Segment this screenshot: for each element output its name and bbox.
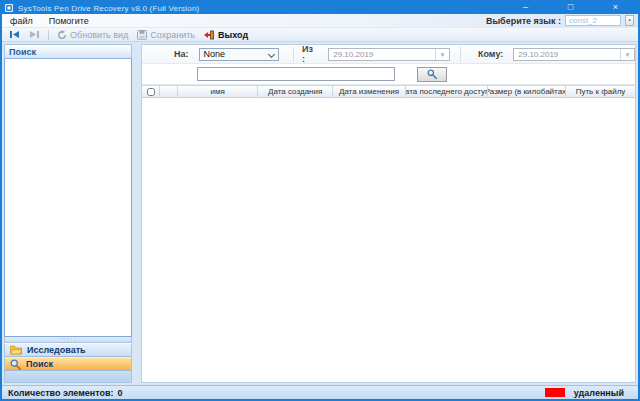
minimize-button[interactable]: – [503, 2, 548, 14]
status-bar: Количество элементов: 0 удаленный [2, 385, 638, 399]
search-bar [142, 64, 635, 85]
column-header-path[interactable]: Путь к файлу [566, 86, 635, 97]
nav-forward-button[interactable] [26, 28, 43, 41]
language-selector: Выберите язык : const_2 ▪ [486, 15, 638, 26]
right-panel: На: None Из : 29.10.2019 ▾ Кому: 29.10.2… [141, 44, 636, 383]
language-label: Выберите язык : [486, 16, 561, 26]
filter-separator [460, 47, 461, 62]
refresh-view-label: Обновить вид [70, 30, 128, 40]
search-input[interactable] [197, 67, 395, 81]
target-combobox[interactable]: None [199, 48, 280, 61]
close-button[interactable]: × [593, 2, 638, 14]
title-bar: SysTools Pen Drive Recovery v8.0 (Full V… [2, 2, 638, 14]
language-dropdown-button[interactable]: ▪ [625, 15, 634, 26]
toolbar: Обновить вид Сохранить Выход [2, 28, 638, 42]
legend-deleted-label: удаленный [574, 388, 624, 398]
column-header-date-created[interactable]: Дата создания [258, 86, 333, 97]
exit-button[interactable]: Выход [201, 28, 251, 41]
exit-icon [204, 30, 215, 40]
grid-header-row: имя Дата создания Дата изменения Дата по… [142, 85, 635, 98]
sidebar-item-search[interactable]: Поиск [4, 357, 132, 371]
refresh-view-button[interactable]: Обновить вид [54, 28, 131, 41]
from-date-picker[interactable]: 29.10.2019 ▾ [328, 48, 450, 61]
exit-label: Выход [218, 30, 248, 40]
save-button[interactable]: Сохранить [134, 28, 198, 41]
column-header-date-accessed[interactable]: Дата последнего доступа [406, 86, 489, 97]
filter-separator [293, 47, 294, 62]
column-header-name[interactable]: имя [178, 86, 258, 97]
sidebar-item-explore-label: Исследовать [27, 345, 86, 355]
folder-icon [10, 345, 22, 355]
language-combobox[interactable]: const_2 [565, 15, 621, 26]
magnifier-icon [10, 359, 21, 370]
from-date-label: Из : [302, 44, 318, 64]
select-all-checkbox[interactable] [147, 88, 155, 96]
icon-column-header[interactable] [160, 86, 178, 97]
search-results-tree[interactable] [4, 59, 132, 337]
toolbar-separator [48, 30, 49, 40]
sidebar-item-search-label: Поиск [26, 359, 53, 369]
legend: удаленный [545, 388, 632, 398]
chevron-down-icon [268, 50, 275, 57]
select-all-cell [142, 86, 160, 97]
calendar-dropdown-icon[interactable]: ▾ [620, 49, 634, 60]
left-panel: Поиск ····· Исследовать Поиск [4, 44, 132, 383]
to-date-picker[interactable]: 29.10.2019 ▾ [513, 48, 635, 61]
window-title: SysTools Pen Drive Recovery v8.0 (Full V… [18, 4, 503, 13]
to-date-value: 29.10.2019 [514, 50, 620, 59]
target-label: На: [174, 49, 189, 59]
menu-bar: файл Помогите Выберите язык : const_2 ▪ [2, 14, 638, 28]
nav-back-button[interactable] [6, 28, 23, 41]
left-panel-filler [4, 371, 132, 383]
item-count-label: Количество элементов: [8, 388, 114, 398]
to-date-label: Кому: [478, 49, 503, 59]
refresh-icon [57, 30, 67, 40]
grid-body-empty[interactable] [142, 98, 635, 382]
column-header-size[interactable]: Размер (в килобайтах) [488, 86, 566, 97]
save-label: Сохранить [150, 30, 195, 40]
column-header-date-modified[interactable]: Дата изменения [333, 86, 406, 97]
target-combobox-value: None [204, 49, 226, 59]
app-icon [5, 4, 13, 12]
from-date-value: 29.10.2019 [329, 50, 435, 59]
app-window: SysTools Pen Drive Recovery v8.0 (Full V… [0, 0, 640, 401]
deleted-color-swatch [545, 388, 565, 397]
menu-help[interactable]: Помогите [41, 14, 97, 28]
calendar-dropdown-icon[interactable]: ▾ [435, 49, 449, 60]
main-content: Поиск ····· Исследовать Поиск [2, 42, 638, 385]
menu-file[interactable]: файл [2, 14, 41, 28]
sidebar-item-explore[interactable]: Исследовать [4, 343, 132, 357]
nav-back-icon [9, 30, 20, 39]
magnifier-icon [427, 69, 437, 79]
maximize-button[interactable]: □ [548, 2, 593, 14]
nav-forward-icon [29, 30, 40, 39]
left-panel-title: Поиск [4, 44, 132, 59]
filter-bar: На: None Из : 29.10.2019 ▾ Кому: 29.10.2… [142, 45, 635, 64]
item-count-value: 0 [118, 388, 123, 398]
save-icon [137, 30, 147, 40]
results-grid: имя Дата создания Дата изменения Дата по… [142, 85, 635, 382]
search-button[interactable] [417, 67, 447, 82]
